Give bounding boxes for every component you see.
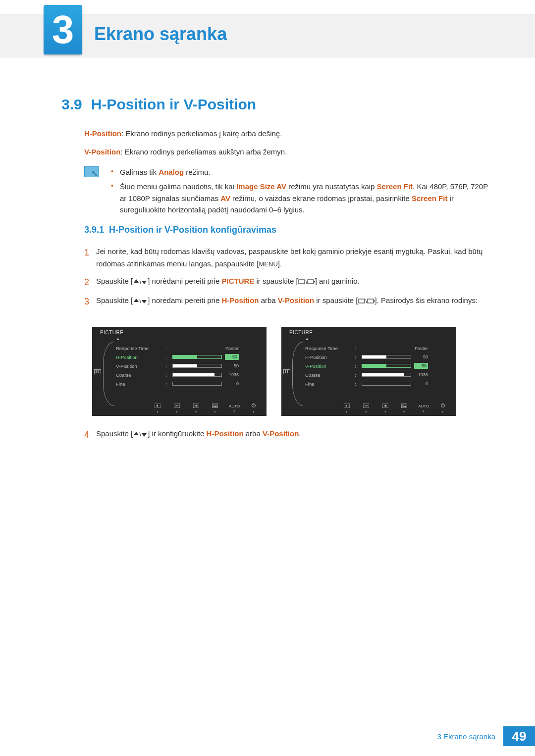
osd-item-label: V-Position <box>116 363 165 369</box>
osd-item-label: V-Position <box>305 363 355 369</box>
enter-source-icon <box>358 298 375 304</box>
step-number: 3 <box>84 295 96 309</box>
section-heading: 3.9H-Position ir V-Position <box>61 96 256 113</box>
note-block: Galimas tik Analog režimu. Šiuo meniu ga… <box>84 166 490 218</box>
osd-item-value: 1936 <box>225 372 239 377</box>
osd-item-label: H-Position <box>305 354 355 360</box>
svg-rect-3 <box>299 280 305 284</box>
svg-rect-5 <box>308 280 314 284</box>
vpos-text: : Ekrano rodinys perkeliamas aukštyn arb… <box>120 148 287 156</box>
svg-marker-26 <box>345 404 347 407</box>
osd-item: V-Position:50 <box>305 361 447 370</box>
subsection-number: 3.9.1 <box>84 225 104 235</box>
vpos-label: V-Position <box>84 148 120 156</box>
hpos-text: : Ekrano rodinys perkeliamas į kairę arb… <box>121 129 282 138</box>
svg-rect-31 <box>385 404 386 407</box>
osd-bottom-controls: ▾▾▾▾AUTO▾▾ <box>152 403 260 414</box>
step-number: 2 <box>84 275 96 290</box>
osd-item: Coarse:1936 <box>305 370 447 379</box>
step-number: 1 <box>84 246 96 270</box>
osd-title: PICTURE <box>289 330 313 335</box>
osd-item-value: 50 <box>225 354 239 360</box>
enter-source-icon <box>298 279 315 285</box>
osd-plus-icon <box>193 403 199 408</box>
osd-slider-bar <box>172 355 222 359</box>
osd-item-value: 50 <box>225 363 239 368</box>
svg-marker-15 <box>156 404 158 407</box>
osd-panel-v-position: PICTURE▲Response Time:FasterH-Position:5… <box>281 327 456 416</box>
svg-rect-28 <box>365 405 368 406</box>
subsection-heading: 3.9.1 H-Position ir V-Position konfigūra… <box>84 225 276 235</box>
osd-panel-h-position: PICTURE▲Response Time:FasterH-Position:5… <box>92 327 267 416</box>
subsection-title: H-Position ir V-Position konfigūravimas <box>109 225 276 235</box>
osd-curve-decoration <box>103 342 114 406</box>
svg-rect-21 <box>212 403 218 408</box>
osd-power-icon <box>251 403 256 408</box>
svg-marker-36 <box>134 432 139 435</box>
osd-slider-bar <box>362 364 411 368</box>
osd-item: Response Time:Faster <box>116 344 258 353</box>
step-number: 4 <box>84 428 96 443</box>
footer-page-number: 49 <box>503 726 535 746</box>
osd-screenshots-row: PICTURE▲Response Time:FasterH-Position:5… <box>92 327 456 416</box>
osd-item-label: Coarse <box>305 372 355 378</box>
up-down-arrow-icon <box>133 298 148 304</box>
section-title: H-Position ir V-Position <box>91 96 256 112</box>
osd-item-label: H-Position <box>116 354 165 360</box>
note-icon <box>84 166 99 177</box>
note-item-2: Šiuo meniu galima naudotis, tik kai Imag… <box>111 181 490 215</box>
osd-side-icon <box>94 369 101 374</box>
note-item-1: Galimas tik Analog režimu. <box>111 166 490 178</box>
osd-title: PICTURE <box>100 330 123 335</box>
section-number: 3.9 <box>61 96 82 112</box>
svg-line-9 <box>140 299 141 303</box>
osd-item-label: Fine <box>116 381 165 387</box>
osd-slider-bar <box>362 355 411 359</box>
osd-item-label: Coarse <box>116 372 165 378</box>
svg-rect-17 <box>175 405 178 406</box>
footer-chapter: 3 Ekrano sąranka <box>437 732 495 741</box>
osd-slider-bar <box>362 373 411 377</box>
steps-list: 1 Jei norite, kad būtų rodomas klavišų v… <box>84 246 490 314</box>
osd-bottom-controls: ▾▾▾▾AUTO▾▾ <box>341 403 449 414</box>
osd-item: H-Position:50 <box>305 353 447 361</box>
page-footer: 3 Ekrano sąranka 49 <box>437 726 535 746</box>
osd-back-icon <box>344 403 350 408</box>
osd-slider-bar <box>172 364 222 368</box>
intro-block: H-Position: Ekrano rodinys perkeliamas į… <box>84 128 490 165</box>
svg-marker-0 <box>134 279 139 283</box>
osd-power-icon <box>440 403 445 408</box>
osd-item: V-Position:50 <box>116 361 258 370</box>
osd-item-value: Faster <box>415 346 428 351</box>
osd-item: Coarse:1936 <box>116 370 258 379</box>
svg-rect-20 <box>196 404 197 407</box>
svg-line-2 <box>140 280 141 284</box>
osd-item-value: 0 <box>414 381 428 386</box>
osd-auto-label: AUTO <box>418 404 429 408</box>
osd-menu-list: Response Time:FasterH-Position:50V-Posit… <box>116 344 258 388</box>
osd-up-arrow-icon: ▲ <box>116 337 120 341</box>
svg-marker-8 <box>142 300 147 303</box>
chapter-number-badge: 3 <box>44 5 82 54</box>
osd-enter-icon <box>401 403 407 408</box>
osd-item-value: 1936 <box>414 372 428 377</box>
osd-slider-bar <box>172 382 222 386</box>
osd-item-value: 50 <box>414 354 428 359</box>
osd-item: H-Position:50 <box>116 353 258 361</box>
osd-enter-icon <box>212 403 218 408</box>
osd-item-label: Response Time <box>305 346 355 351</box>
hpos-label: H-Position <box>84 129 121 138</box>
up-down-arrow-icon <box>133 279 148 285</box>
svg-marker-7 <box>134 299 139 302</box>
osd-plus-icon <box>382 403 388 408</box>
osd-minus-icon <box>174 403 180 408</box>
osd-slider-bar <box>362 382 411 386</box>
chapter-title: Ekrano sąranka <box>94 24 227 45</box>
step-2: 2 Spauskite [] norėdami pereiti prie PIC… <box>84 275 490 290</box>
svg-rect-10 <box>359 299 365 303</box>
osd-slider-bar <box>172 373 222 377</box>
step-4-container: 4 Spauskite [] ir konfigūruokite H-Posit… <box>84 428 490 448</box>
osd-item-label: Fine <box>305 381 355 387</box>
svg-marker-1 <box>142 281 147 284</box>
osd-minus-icon <box>363 403 369 408</box>
